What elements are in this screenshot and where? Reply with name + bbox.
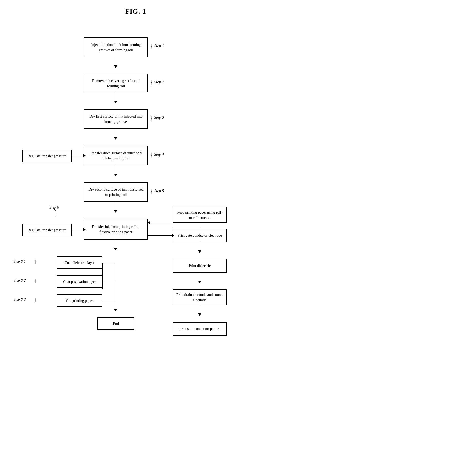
dielectric-right-box: Print dielectric	[173, 259, 227, 273]
step1-curly: }	[150, 42, 152, 50]
drain-box: Print drain electrode and source electro…	[173, 289, 227, 305]
step62-curly: }	[35, 278, 36, 284]
step1-label: Step 1	[154, 44, 164, 48]
step2-label: Step 2	[154, 80, 164, 84]
regulate2-box: Regulate transfer pressure	[22, 224, 72, 236]
step1-box: Inject functional ink into forming groov…	[84, 37, 148, 57]
step63-curly: }	[35, 297, 36, 303]
step4-box: Transfer dried surface of functional ink…	[84, 146, 148, 165]
step5-box: Dry second surface of ink transferred to…	[84, 182, 148, 202]
step4-label: Step 4	[154, 152, 164, 157]
step6-box: Transfer ink from printing roll to flexi…	[84, 219, 148, 240]
regulate1-box: Regulate transfer pressure	[22, 150, 72, 162]
step62-box: Coat passivation layer	[57, 275, 102, 288]
step3-curly: }	[150, 114, 152, 122]
step4-curly: }	[150, 151, 152, 159]
step5-curly: }	[150, 187, 152, 195]
step61-box: Coat dielectric layer	[57, 256, 102, 269]
step2-curly: }	[150, 78, 152, 86]
end-box: End	[97, 317, 134, 330]
step6-label: Step 6	[49, 205, 59, 210]
semiconductor-box: Print semiconductor pattern	[173, 322, 227, 336]
step63-box: Cut printing paper	[57, 294, 102, 307]
step61-label: Step 6-1	[14, 259, 26, 264]
page-title: FIG. 1	[0, 0, 271, 18]
step62-label: Step 6-2	[14, 278, 26, 283]
gate-box: Print gate conductor electrode	[173, 229, 227, 242]
step2-box: Remove ink covering surface of forming r…	[84, 74, 148, 92]
step3-label: Step 3	[154, 115, 164, 120]
step6-curly: {	[55, 210, 57, 218]
step3-box: Dry first surface of ink injected into f…	[84, 109, 148, 129]
step5-label: Step 5	[154, 189, 164, 193]
step63-label: Step 6-3	[14, 297, 26, 302]
feed-box: Feed printing paper using roll-to-roll p…	[173, 207, 227, 223]
step61-curly: }	[35, 259, 36, 265]
